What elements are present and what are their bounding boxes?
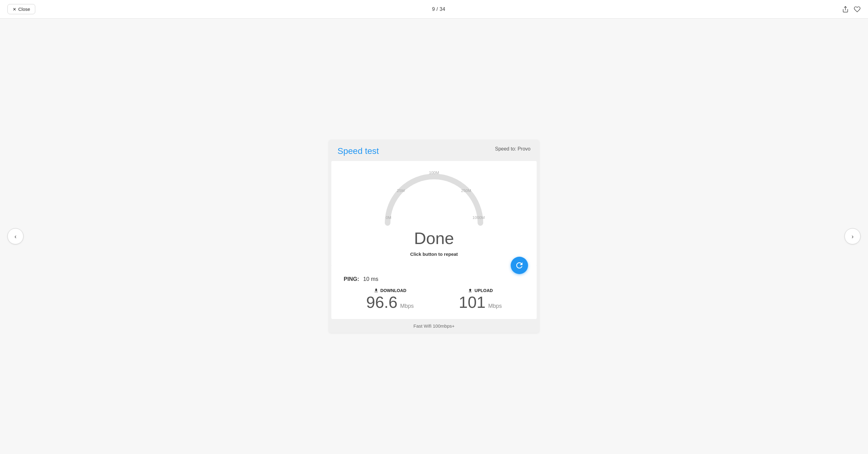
chevron-right-icon: › bbox=[851, 233, 854, 240]
upload-value: 101 bbox=[459, 293, 486, 311]
share-icon bbox=[842, 6, 849, 13]
refresh-button[interactable] bbox=[511, 257, 528, 274]
next-button[interactable]: › bbox=[844, 228, 861, 244]
top-bar: ✕ Close 9 / 34 bbox=[0, 0, 868, 19]
gauge-label-250m: 250M bbox=[461, 188, 471, 193]
close-button[interactable]: ✕ Close bbox=[7, 4, 35, 14]
download-value-row: 96.6 Mbps bbox=[366, 294, 414, 310]
gauge-labels: 0M 25M 100M 250M 1000M bbox=[378, 167, 490, 226]
footer-note: Fast Wifi 100mbps+ bbox=[329, 319, 539, 333]
gauge-label-25m: 25M bbox=[397, 188, 405, 193]
card-title: Speed test bbox=[338, 146, 379, 156]
main-area: ‹ Speed test Speed to: Provo 0M 25 bbox=[0, 19, 868, 454]
chevron-left-icon: ‹ bbox=[14, 233, 17, 240]
close-label: Close bbox=[18, 6, 30, 12]
done-text: Done bbox=[414, 229, 454, 248]
upload-label: UPLOAD bbox=[468, 288, 493, 293]
gauge-label-100m: 100M bbox=[429, 170, 439, 175]
speedometer-area: 0M 25M 100M 250M 1000M Done Click button… bbox=[331, 161, 537, 266]
download-value: 96.6 bbox=[366, 293, 398, 311]
share-button[interactable] bbox=[842, 6, 849, 13]
speed-test-card: Speed test Speed to: Provo 0M 25M 100M 2… bbox=[329, 140, 539, 333]
card-subtitle: Speed to: Provo bbox=[495, 146, 530, 152]
speed-row: DOWNLOAD 96.6 Mbps UPLOAD bbox=[344, 288, 524, 310]
upload-icon bbox=[468, 288, 473, 293]
gauge-label-0m: 0M bbox=[386, 215, 391, 220]
download-icon bbox=[374, 288, 379, 293]
download-block: DOWNLOAD 96.6 Mbps bbox=[366, 288, 414, 310]
refresh-icon bbox=[515, 261, 524, 270]
upload-block: UPLOAD 101 Mbps bbox=[459, 288, 502, 310]
stats-section: PING: 10 ms DOWNLOAD 96.6 Mbps bbox=[331, 266, 537, 319]
card-header: Speed test Speed to: Provo bbox=[329, 140, 539, 161]
ping-value: 10 ms bbox=[363, 276, 378, 282]
upload-unit: Mbps bbox=[488, 303, 502, 309]
top-actions bbox=[842, 6, 861, 13]
heart-icon bbox=[854, 6, 861, 13]
repeat-text: Click button to repeat bbox=[410, 252, 458, 257]
favorite-button[interactable] bbox=[854, 6, 861, 13]
page-indicator: 9 / 34 bbox=[432, 6, 445, 12]
upload-value-row: 101 Mbps bbox=[459, 294, 502, 310]
prev-button[interactable]: ‹ bbox=[7, 228, 24, 244]
gauge-label-1000m: 1000M bbox=[472, 215, 485, 220]
download-unit: Mbps bbox=[400, 303, 413, 309]
ping-label: PING: bbox=[344, 276, 359, 282]
close-icon: ✕ bbox=[13, 7, 17, 12]
gauge-container: 0M 25M 100M 250M 1000M bbox=[378, 167, 490, 226]
download-label: DOWNLOAD bbox=[374, 288, 406, 293]
ping-row: PING: 10 ms bbox=[344, 276, 524, 282]
